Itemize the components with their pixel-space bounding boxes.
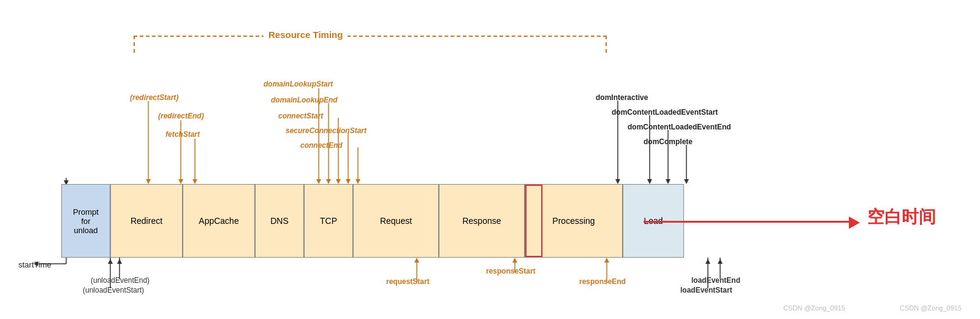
box-request: Request [353, 184, 439, 258]
svg-marker-18 [326, 179, 331, 184]
boxes-row: Promptforunload Redirect AppCache DNS TC… [61, 184, 684, 258]
red-arrow-head [849, 217, 860, 229]
watermark-left: CSDN @Zong_0915 [783, 304, 845, 312]
red-arrow-line [644, 221, 852, 223]
svg-marker-16 [316, 179, 321, 184]
svg-marker-30 [604, 258, 609, 263]
label-loadEventEnd: loadEventEnd [691, 276, 740, 285]
label-redirectEnd: (redirectEnd) [158, 112, 204, 120]
svg-marker-20 [336, 179, 341, 184]
label-unloadEventEnd: (unloadEventEnd) [91, 276, 150, 285]
box-dns: DNS [255, 184, 304, 258]
svg-marker-22 [346, 179, 351, 184]
svg-marker-42 [705, 259, 710, 264]
label-connectEnd: connectEnd [300, 141, 343, 150]
red-label: 空白时间 [867, 206, 936, 229]
resource-timing-bracket [134, 36, 607, 53]
label-domContentLoadedEventStart: domContentLoadedEventStart [612, 108, 718, 117]
label-requestStart: requestStart [386, 277, 430, 286]
svg-marker-40 [718, 259, 723, 264]
label-unloadEventStart: (unloadEventStart) [83, 286, 144, 294]
box-prompt: Promptforunload [61, 184, 110, 258]
box-redirect: Redirect [110, 184, 183, 258]
processing-inner-rect [525, 185, 542, 257]
label-domInteractive: domInteractive [596, 93, 648, 102]
svg-marker-32 [615, 179, 620, 184]
label-connectStart: connectStart [278, 112, 323, 120]
box-appcache: AppCache [183, 184, 255, 258]
svg-marker-10 [146, 179, 151, 184]
svg-marker-24 [355, 179, 360, 184]
diagram-container: Resource Timing [0, 0, 980, 319]
label-responseStart: responseStart [486, 267, 536, 275]
svg-marker-34 [647, 179, 652, 184]
label-fetchStart: fetchStart [165, 130, 200, 139]
label-domComplete: domComplete [644, 137, 693, 146]
label-responseEnd: responseEnd [579, 277, 626, 286]
label-secureConnectionStart: secureConnectionStart [286, 126, 367, 135]
svg-marker-26 [414, 258, 419, 263]
watermark-right: CSDN @Zong_0915 [900, 304, 962, 312]
label-domContentLoadedEventEnd: domContentLoadedEventEnd [628, 123, 731, 131]
svg-marker-12 [178, 179, 183, 184]
label-domainLookupStart: domainLookupStart [264, 80, 333, 88]
resource-timing-label: Resource Timing [264, 29, 348, 40]
box-tcp: TCP [304, 184, 353, 258]
label-loadEventStart: loadEventStart [680, 286, 732, 294]
svg-marker-28 [512, 258, 517, 263]
svg-marker-36 [666, 179, 670, 184]
box-processing: Processing [525, 184, 623, 258]
box-response: Response [439, 184, 525, 258]
svg-marker-8 [108, 259, 113, 264]
label-domainLookupEnd: domainLookupEnd [271, 96, 338, 104]
label-startTime: startTime [18, 260, 51, 269]
svg-marker-14 [192, 179, 197, 184]
svg-marker-6 [117, 259, 122, 264]
svg-marker-38 [684, 179, 689, 184]
label-redirectStart: (redirectStart) [130, 93, 178, 102]
